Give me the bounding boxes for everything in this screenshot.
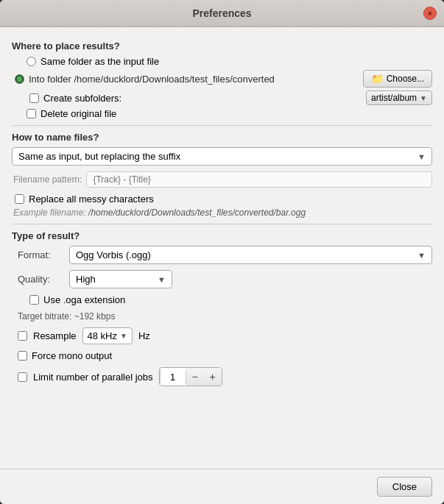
- example-value: /home/ducklord/Downloads/test_files/conv…: [88, 207, 306, 218]
- dialog-footer: Close: [0, 469, 444, 504]
- close-icon[interactable]: ×: [423, 7, 437, 20]
- example-label: Example filename:: [13, 207, 86, 218]
- naming-header: How to name files?: [12, 132, 432, 143]
- hz-dropdown-arrow: ▼: [120, 332, 127, 340]
- dialog-content: Where to place results? Same folder as t…: [0, 27, 444, 469]
- resample-row: Resample 48 kHz ▼ Hz: [12, 327, 432, 344]
- placement-header: Where to place results?: [12, 40, 432, 52]
- preferences-dialog: Preferences × Where to place results? Sa…: [0, 0, 444, 504]
- format-value: Ogg Vorbis (.ogg): [76, 249, 151, 260]
- hz-unit: Hz: [138, 330, 150, 341]
- quality-value: High: [76, 274, 96, 285]
- into-folder-label: Into folder /home/ducklord/Downloads/tes…: [29, 74, 359, 85]
- folder-icon: 📁: [371, 73, 384, 85]
- format-dropdown[interactable]: Ogg Vorbis (.ogg) ▼: [69, 246, 432, 264]
- subfolder-value: artist/album: [371, 93, 417, 103]
- divider-1: [12, 125, 432, 126]
- into-folder-row: Into folder /home/ducklord/Downloads/tes…: [12, 70, 432, 88]
- jobs-label: Limit number of parallel jobs: [33, 372, 153, 383]
- pattern-label: Filename pattern:: [13, 174, 82, 185]
- subfolder-dropdown-arrow: ▼: [420, 94, 427, 102]
- format-label: Format:: [18, 249, 62, 260]
- create-subfolders-checkbox[interactable]: [29, 93, 39, 103]
- resample-checkbox[interactable]: [18, 331, 27, 341]
- oga-label: Use .oga extension: [43, 294, 125, 305]
- pattern-row: Filename pattern:: [12, 171, 432, 188]
- oga-checkbox[interactable]: [29, 295, 39, 305]
- naming-dropdown-arrow: ▼: [417, 152, 426, 161]
- quality-row: Quality: High ▼: [12, 270, 432, 288]
- delete-original-label: Delete original file: [40, 108, 116, 119]
- resample-label: Resample: [33, 330, 77, 341]
- pattern-input[interactable]: [86, 171, 432, 188]
- quality-dropdown-arrow: ▼: [158, 275, 166, 284]
- quality-dropdown[interactable]: High ▼: [69, 270, 172, 288]
- jobs-value: 1: [160, 370, 186, 384]
- result-header: Type of result?: [12, 230, 432, 241]
- delete-original-checkbox[interactable]: [27, 109, 36, 118]
- jobs-counter: 1 − +: [159, 367, 222, 386]
- format-dropdown-arrow: ▼: [417, 251, 426, 260]
- naming-option-dropdown[interactable]: Same as input, but replacing the suffix …: [12, 147, 432, 166]
- divider-2: [12, 224, 432, 224]
- create-subfolders-label: Create subfolders:: [43, 93, 200, 104]
- mono-label: Force mono output: [32, 350, 112, 361]
- same-folder-radio[interactable]: [27, 57, 36, 66]
- quality-label: Quality:: [18, 274, 62, 285]
- force-mono-checkbox[interactable]: [18, 351, 27, 361]
- same-folder-row: Same folder as the input file: [12, 56, 432, 67]
- subfolder-type-dropdown[interactable]: artist/album ▼: [366, 90, 432, 105]
- replace-messy-checkbox[interactable]: [15, 194, 24, 204]
- delete-original-row: Delete original file: [12, 108, 432, 119]
- jobs-decrement-button[interactable]: −: [186, 368, 204, 386]
- subfolders-row: Create subfolders: artist/album ▼: [12, 90, 432, 105]
- oga-row: Use .oga extension: [12, 294, 432, 305]
- dialog-title: Preferences: [192, 7, 251, 19]
- replace-messy-label: Replace all messy characters: [29, 194, 154, 205]
- naming-option-value: Same as input, but replacing the suffix: [18, 151, 180, 162]
- replace-messy-row: Replace all messy characters: [12, 194, 432, 205]
- hz-value: 48 kHz: [88, 330, 117, 341]
- same-folder-label: Same folder as the input file: [40, 56, 159, 67]
- format-row: Format: Ogg Vorbis (.ogg) ▼: [12, 246, 432, 264]
- hz-dropdown[interactable]: 48 kHz ▼: [82, 327, 133, 344]
- titlebar: Preferences ×: [0, 0, 444, 27]
- limit-jobs-checkbox[interactable]: [18, 372, 27, 382]
- close-footer-button[interactable]: Close: [377, 477, 432, 497]
- choose-button[interactable]: 📁 Choose...: [363, 70, 432, 88]
- mono-row: Force mono output: [12, 350, 432, 361]
- bitrate-info: Target bitrate: ~192 kbps: [12, 311, 432, 322]
- example-filename: Example filename: /home/ducklord/Downloa…: [12, 207, 432, 218]
- jobs-row: Limit number of parallel jobs 1 − +: [12, 367, 432, 386]
- jobs-increment-button[interactable]: +: [204, 368, 222, 386]
- into-folder-radio[interactable]: [15, 74, 24, 84]
